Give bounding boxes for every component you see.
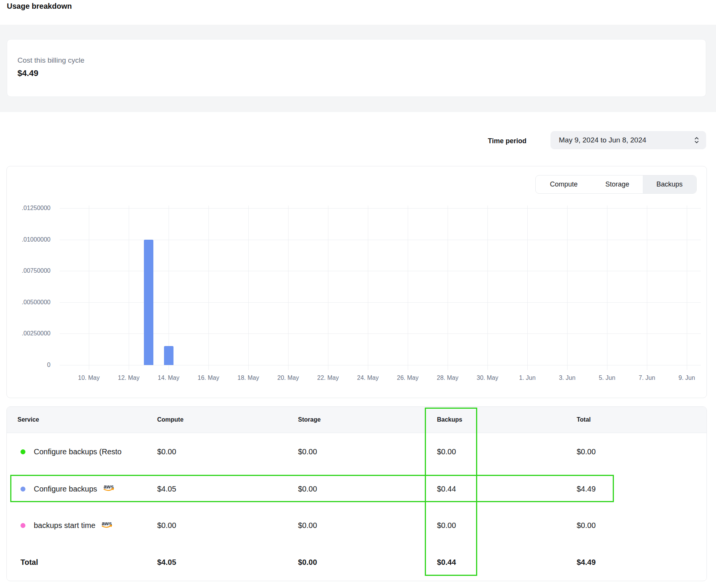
table-row: backups start time aws $0.00 $0.00 $0.00… — [7, 507, 707, 544]
x-gridline — [89, 205, 89, 370]
tab-backups[interactable]: Backups — [643, 175, 696, 193]
time-period-select[interactable]: May 9, 2024 to Jun 8, 2024 — [550, 131, 706, 149]
x-gridline — [169, 205, 169, 370]
x-axis-label: 12. May — [109, 375, 148, 381]
x-axis-label: 5. Jun — [587, 375, 627, 381]
x-gridline — [687, 205, 687, 370]
x-axis-label: 9. Jun — [667, 375, 707, 381]
series-dot — [21, 523, 25, 528]
cost-label: Cost this billing cycle — [17, 56, 84, 65]
x-gridline — [567, 205, 568, 370]
col-header-total: Total — [577, 416, 707, 423]
table-total-row: Total $4.05 $0.00 $0.44 $4.49 — [7, 544, 707, 580]
summary-band: Cost this billing cycle $4.49 — [0, 25, 716, 112]
y-axis-label: .01250000 — [7, 205, 50, 212]
y-gridline — [60, 271, 701, 271]
x-axis-label: 26. May — [388, 375, 427, 381]
y-axis-label: .00250000 — [7, 330, 50, 337]
x-axis-label: 20. May — [268, 375, 308, 381]
x-gridline — [408, 205, 408, 370]
total-row-label: Total — [21, 558, 157, 567]
table-header-row: Service Compute Storage Backups Total — [7, 407, 707, 433]
x-axis-label: 14. May — [149, 375, 188, 381]
series-dot — [21, 449, 25, 454]
usage-table: Service Compute Storage Backups Total Co… — [6, 406, 707, 581]
service-name: backups start time — [34, 521, 95, 530]
time-period-value: May 9, 2024 to Jun 8, 2024 — [559, 136, 646, 144]
grand-total: $4.49 — [577, 558, 707, 567]
total-cost: $0.00 — [577, 447, 707, 456]
x-gridline — [527, 205, 528, 370]
total-cost: $4.49 — [577, 485, 707, 493]
col-header-storage: Storage — [298, 416, 437, 423]
page-title: Usage breakdown — [7, 2, 72, 11]
backups-total: $0.44 — [437, 558, 577, 567]
time-period-label: Time period — [488, 137, 527, 145]
cost-value: $4.49 — [17, 68, 38, 78]
y-axis-label: .01000000 — [7, 236, 50, 243]
x-gridline — [607, 205, 607, 370]
x-axis-label: 24. May — [348, 375, 388, 381]
usage-breakdown-page: Usage breakdown Cost this billing cycle … — [0, 0, 716, 588]
y-axis-label: .00500000 — [7, 299, 50, 306]
storage-cost: $0.00 — [298, 447, 437, 456]
x-axis-label: 7. Jun — [627, 375, 667, 381]
x-gridline — [248, 205, 249, 370]
y-gridline — [60, 208, 701, 209]
x-gridline — [288, 205, 289, 370]
service-name: Configure backups (Resto — [34, 447, 121, 456]
x-axis-label: 28. May — [428, 375, 467, 381]
tab-compute[interactable]: Compute — [536, 175, 592, 193]
svg-text:aws: aws — [104, 484, 114, 490]
x-gridline — [487, 205, 488, 370]
backups-cost: $0.00 — [437, 521, 577, 530]
x-axis-label: 10. May — [69, 375, 109, 381]
x-gridline — [129, 205, 129, 370]
y-gridline — [60, 334, 701, 334]
service-name: Configure backups — [34, 485, 97, 493]
cost-card: Cost this billing cycle $4.49 — [7, 39, 706, 97]
tab-storage[interactable]: Storage — [592, 175, 643, 193]
total-cost: $0.00 — [577, 521, 707, 530]
y-axis-label: .00750000 — [7, 267, 50, 274]
x-axis-label: 3. Jun — [547, 375, 587, 381]
compute-cost: $4.05 — [157, 485, 298, 493]
y-gridline — [60, 240, 701, 240]
y-gridline — [60, 302, 701, 303]
aws-icon: aws — [103, 484, 116, 494]
col-header-service: Service — [17, 416, 157, 423]
compute-cost: $0.00 — [157, 521, 298, 530]
usage-chart-card: Compute Storage Backups 0.00250000.00500… — [6, 166, 707, 398]
aws-icon: aws — [101, 521, 114, 531]
x-gridline — [328, 205, 328, 370]
compute-total: $4.05 — [157, 558, 298, 567]
backups-cost: $0.00 — [437, 447, 577, 456]
x-axis-label: 30. May — [468, 375, 507, 381]
storage-cost: $0.00 — [298, 521, 437, 530]
compute-cost: $0.00 — [157, 447, 298, 456]
col-header-backups: Backups — [437, 416, 577, 423]
chart-bar[interactable] — [164, 346, 173, 365]
x-gridline — [448, 205, 448, 370]
table-row: Configure backups (Resto $0.00 $0.00 $0.… — [7, 433, 707, 471]
x-gridline — [368, 205, 368, 370]
chart-bar[interactable] — [144, 240, 153, 365]
x-axis-label: 16. May — [189, 375, 228, 381]
x-axis-label: 1. Jun — [508, 375, 547, 381]
svg-text:aws: aws — [102, 521, 112, 526]
col-header-compute: Compute — [157, 416, 298, 423]
table-row: Configure backups aws $4.05 $0.00 $0.44 … — [7, 471, 707, 507]
x-axis-label: 22. May — [308, 375, 348, 381]
series-dot — [21, 487, 25, 492]
backups-cost: $0.44 — [437, 485, 577, 493]
storage-cost: $0.00 — [298, 485, 437, 493]
y-gridline — [60, 365, 701, 365]
x-axis-label: 18. May — [229, 375, 268, 381]
x-gridline — [208, 205, 209, 370]
chart-tab-group: Compute Storage Backups — [535, 175, 697, 194]
x-gridline — [647, 205, 647, 370]
storage-total: $0.00 — [298, 558, 437, 567]
y-axis-label: 0 — [7, 362, 50, 368]
chevron-up-down-icon — [694, 136, 699, 144]
